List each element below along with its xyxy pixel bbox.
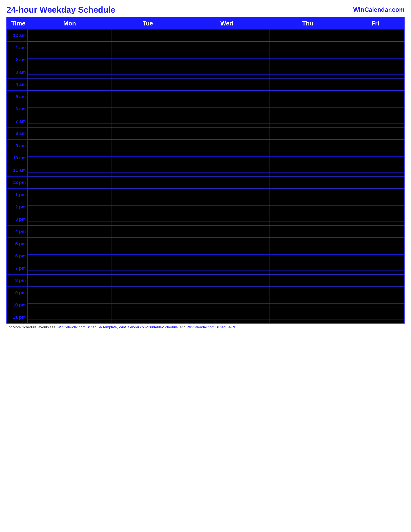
schedule-cell[interactable]	[112, 307, 184, 311]
schedule-cell[interactable]	[28, 279, 112, 283]
schedule-cell[interactable]	[184, 205, 270, 209]
schedule-cell[interactable]	[112, 62, 184, 66]
schedule-cell[interactable]	[28, 209, 112, 213]
schedule-cell[interactable]	[112, 295, 184, 299]
schedule-cell[interactable]	[184, 311, 270, 316]
schedule-cell[interactable]	[346, 287, 404, 291]
schedule-cell[interactable]	[112, 144, 184, 148]
schedule-cell[interactable]	[28, 262, 112, 267]
schedule-cell[interactable]	[270, 213, 346, 218]
schedule-cell[interactable]	[270, 144, 346, 148]
schedule-cell[interactable]	[28, 62, 112, 66]
schedule-cell[interactable]	[346, 209, 404, 213]
schedule-cell[interactable]	[28, 78, 112, 83]
schedule-cell[interactable]	[28, 320, 112, 323]
schedule-cell[interactable]	[184, 242, 270, 246]
schedule-cell[interactable]	[28, 242, 112, 246]
schedule-cell[interactable]	[346, 127, 404, 132]
schedule-cell[interactable]	[346, 172, 404, 176]
schedule-cell[interactable]	[112, 299, 184, 304]
schedule-cell[interactable]	[28, 156, 112, 160]
schedule-cell[interactable]	[28, 38, 112, 42]
schedule-cell[interactable]	[346, 218, 404, 221]
schedule-cell[interactable]	[112, 172, 184, 176]
schedule-cell[interactable]	[270, 83, 346, 87]
schedule-cell[interactable]	[270, 258, 346, 262]
schedule-cell[interactable]	[184, 140, 270, 144]
schedule-cell[interactable]	[346, 136, 404, 140]
schedule-cell[interactable]	[270, 246, 346, 250]
schedule-cell[interactable]	[346, 144, 404, 148]
schedule-cell[interactable]	[270, 156, 346, 160]
schedule-cell[interactable]	[346, 246, 404, 250]
schedule-cell[interactable]	[346, 279, 404, 283]
schedule-cell[interactable]	[28, 201, 112, 205]
schedule-cell[interactable]	[270, 267, 346, 271]
schedule-cell[interactable]	[28, 111, 112, 115]
schedule-cell[interactable]	[270, 107, 346, 111]
schedule-cell[interactable]	[346, 152, 404, 156]
schedule-cell[interactable]	[184, 181, 270, 185]
schedule-cell[interactable]	[346, 316, 404, 320]
schedule-cell[interactable]	[270, 304, 346, 307]
schedule-cell[interactable]	[270, 205, 346, 209]
schedule-cell[interactable]	[112, 242, 184, 246]
schedule-cell[interactable]	[184, 213, 270, 218]
schedule-cell[interactable]	[112, 50, 184, 54]
schedule-cell[interactable]	[346, 34, 404, 38]
schedule-cell[interactable]	[184, 185, 270, 189]
schedule-cell[interactable]	[28, 34, 112, 38]
schedule-cell[interactable]	[184, 172, 270, 176]
schedule-cell[interactable]	[112, 156, 184, 160]
schedule-cell[interactable]	[346, 46, 404, 50]
schedule-cell[interactable]	[28, 169, 112, 172]
schedule-cell[interactable]	[28, 176, 112, 181]
schedule-cell[interactable]	[112, 103, 184, 107]
schedule-cell[interactable]	[28, 144, 112, 148]
schedule-cell[interactable]	[184, 66, 270, 71]
schedule-cell[interactable]	[112, 267, 184, 271]
schedule-cell[interactable]	[346, 267, 404, 271]
schedule-cell[interactable]	[28, 152, 112, 156]
schedule-cell[interactable]	[112, 189, 184, 193]
schedule-cell[interactable]	[28, 99, 112, 103]
schedule-cell[interactable]	[28, 218, 112, 221]
schedule-cell[interactable]	[346, 42, 404, 46]
schedule-cell[interactable]	[112, 42, 184, 46]
schedule-cell[interactable]	[112, 75, 184, 78]
schedule-cell[interactable]	[270, 283, 346, 287]
schedule-cell[interactable]	[346, 66, 404, 71]
schedule-cell[interactable]	[112, 71, 184, 75]
schedule-cell[interactable]	[346, 71, 404, 75]
schedule-cell[interactable]	[28, 46, 112, 50]
schedule-cell[interactable]	[346, 242, 404, 246]
schedule-cell[interactable]	[184, 307, 270, 311]
schedule-cell[interactable]	[28, 221, 112, 225]
schedule-cell[interactable]	[270, 287, 346, 291]
schedule-cell[interactable]	[112, 148, 184, 152]
schedule-cell[interactable]	[346, 181, 404, 185]
schedule-cell[interactable]	[346, 58, 404, 62]
schedule-cell[interactable]	[112, 124, 184, 127]
schedule-cell[interactable]	[112, 316, 184, 320]
schedule-cell[interactable]	[346, 120, 404, 124]
schedule-cell[interactable]	[112, 66, 184, 71]
schedule-cell[interactable]	[346, 304, 404, 307]
schedule-cell[interactable]	[184, 238, 270, 242]
schedule-cell[interactable]	[270, 148, 346, 152]
schedule-cell[interactable]	[184, 103, 270, 107]
schedule-cell[interactable]	[28, 71, 112, 75]
schedule-cell[interactable]	[112, 230, 184, 234]
schedule-cell[interactable]	[270, 225, 346, 230]
schedule-cell[interactable]	[346, 169, 404, 172]
schedule-cell[interactable]	[346, 75, 404, 78]
schedule-cell[interactable]	[270, 99, 346, 103]
schedule-cell[interactable]	[28, 189, 112, 193]
schedule-cell[interactable]	[270, 250, 346, 254]
schedule-cell[interactable]	[112, 213, 184, 218]
footer-link-2[interactable]: WinCalendar.com/Printable-Schedule	[119, 325, 178, 329]
schedule-cell[interactable]	[28, 91, 112, 95]
schedule-cell[interactable]	[184, 120, 270, 124]
schedule-cell[interactable]	[184, 75, 270, 78]
schedule-cell[interactable]	[184, 189, 270, 193]
